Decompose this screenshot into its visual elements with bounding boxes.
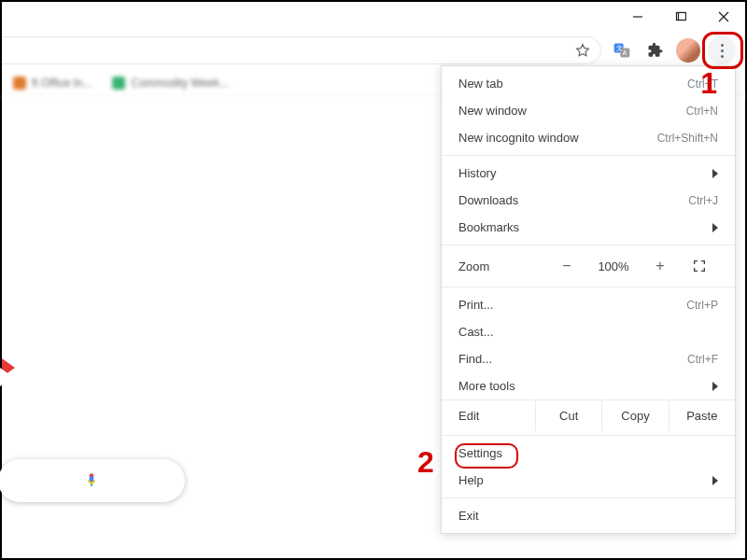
menu-separator <box>442 435 735 436</box>
zoom-out-button[interactable]: − <box>546 253 587 279</box>
menu-separator <box>442 287 735 287</box>
svg-text:A: A <box>623 49 627 56</box>
minimize-button[interactable] <box>616 2 659 32</box>
chevron-right-icon <box>712 382 718 391</box>
menu-label: Settings <box>458 446 502 460</box>
menu-more-tools[interactable]: More tools <box>442 372 735 399</box>
copy-button[interactable]: Copy <box>601 400 668 431</box>
menu-label: Zoom <box>458 259 546 273</box>
menu-label: Print... <box>458 298 494 312</box>
bookmark-item[interactable]: Commodity Week... <box>112 77 228 90</box>
menu-shortcut: Ctrl+Shift+N <box>657 132 718 145</box>
menu-label: New tab <box>458 77 503 91</box>
menu-incognito[interactable]: New incognito window Ctrl+Shift+N <box>442 124 735 151</box>
more-vert-icon <box>721 44 724 58</box>
menu-shortcut: Ctrl+T <box>687 77 718 91</box>
bookmark-label: ft Office In... <box>32 77 92 90</box>
maximize-button[interactable] <box>659 2 702 32</box>
menu-label: New incognito window <box>458 131 579 145</box>
extensions-icon[interactable] <box>642 37 669 63</box>
zoom-in-button[interactable]: + <box>640 253 681 279</box>
menu-separator <box>442 497 735 498</box>
google-search-box[interactable] <box>0 459 185 502</box>
menu-label: Help <box>458 473 484 487</box>
menu-shortcut: Ctrl+F <box>687 353 718 366</box>
menu-label: History <box>458 166 496 180</box>
bookmark-star-icon[interactable] <box>574 42 591 59</box>
menu-label: Exit <box>458 509 479 523</box>
window-titlebar <box>2 2 745 32</box>
menu-separator <box>442 155 735 156</box>
chevron-right-icon <box>712 169 718 178</box>
mic-icon[interactable] <box>83 472 100 489</box>
menu-label: Edit <box>442 400 535 431</box>
chrome-menu-button[interactable] <box>708 36 736 64</box>
menu-label: More tools <box>458 379 515 393</box>
menu-edit-row: Edit Cut Copy Paste <box>442 399 735 431</box>
menu-new-window[interactable]: New window Ctrl+N <box>442 97 735 124</box>
cut-button[interactable]: Cut <box>535 400 601 431</box>
chrome-menu: New tab Ctrl+T New window Ctrl+N New inc… <box>441 65 736 534</box>
chevron-right-icon <box>712 476 718 485</box>
menu-label: Downloads <box>458 193 518 207</box>
decorative-arrow-icon <box>2 358 15 377</box>
menu-label: Find... <box>458 352 492 366</box>
menu-bookmarks[interactable]: Bookmarks <box>442 214 735 241</box>
menu-print[interactable]: Print... Ctrl+P <box>442 291 735 318</box>
close-button[interactable] <box>702 2 745 32</box>
profile-avatar[interactable] <box>676 38 700 63</box>
menu-shortcut: Ctrl+J <box>688 194 718 207</box>
menu-cast[interactable]: Cast... <box>442 318 735 345</box>
menu-shortcut: Ctrl+P <box>686 299 718 312</box>
menu-separator <box>442 245 735 245</box>
chevron-right-icon <box>712 223 718 232</box>
menu-downloads[interactable]: Downloads Ctrl+J <box>442 187 735 214</box>
translate-icon[interactable]: 文A <box>609 37 635 63</box>
paste-button[interactable]: Paste <box>669 400 735 431</box>
bookmark-item[interactable]: ft Office In... <box>13 77 92 90</box>
menu-shortcut: Ctrl+N <box>686 105 718 118</box>
menu-label: Bookmarks <box>458 220 519 234</box>
menu-help[interactable]: Help <box>442 467 735 494</box>
menu-history[interactable]: History <box>442 160 735 187</box>
svg-rect-2 <box>679 13 686 21</box>
menu-label: Cast... <box>458 325 494 339</box>
fullscreen-button[interactable] <box>681 259 718 273</box>
browser-toolbar: 文A <box>2 32 745 69</box>
menu-new-tab[interactable]: New tab Ctrl+T <box>442 70 735 97</box>
address-bar[interactable] <box>2 36 601 64</box>
bookmark-label: Commodity Week... <box>131 77 228 90</box>
fullscreen-icon <box>692 259 707 273</box>
svg-rect-9 <box>91 483 92 486</box>
menu-settings[interactable]: Settings <box>442 440 735 467</box>
menu-zoom-row: Zoom − 100% + <box>442 249 735 283</box>
menu-label: New window <box>458 104 527 118</box>
menu-find[interactable]: Find... Ctrl+F <box>442 345 735 372</box>
zoom-value: 100% <box>587 259 640 273</box>
menu-exit[interactable]: Exit <box>442 502 735 529</box>
